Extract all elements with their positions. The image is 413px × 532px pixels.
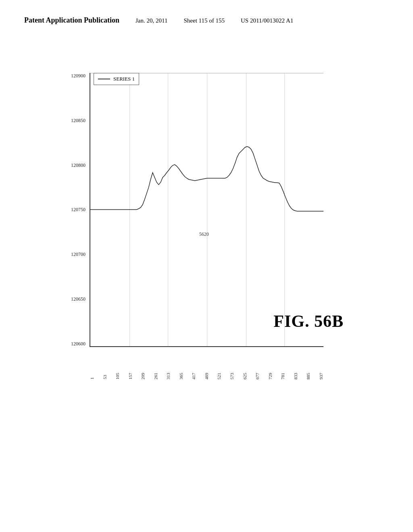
sheet-info: Sheet 115 of 155	[184, 17, 225, 24]
x-label-4: 209	[140, 373, 145, 380]
y-label-5: 120850	[71, 118, 86, 124]
publication-date: Jan. 20, 2011	[136, 17, 167, 24]
x-label-8: 417	[191, 373, 196, 380]
page-header: Patent Application Publication Jan. 20, …	[0, 0, 413, 25]
chart-container: SERIES 1 120900 120850 120800 120750 120…	[61, 49, 352, 379]
y-axis-labels: 120900 120850 120800 120750 120700 12065…	[61, 73, 89, 347]
x-label-1: 53	[102, 375, 107, 379]
x-axis-labels: 1 53 105 157 209 261 313 365 417 469 521…	[90, 357, 323, 379]
x-label-15: 781	[280, 373, 285, 380]
x-label-10: 521	[217, 373, 221, 380]
chart-line	[90, 146, 323, 211]
patent-number: US 2011/0013022 A1	[241, 17, 293, 24]
x-label-5: 261	[153, 373, 158, 380]
x-label-14: 729	[268, 373, 273, 380]
x-label-18: 937	[319, 373, 323, 380]
x-label-11: 573	[229, 373, 234, 380]
legend-label: SERIES 1	[113, 76, 135, 82]
chart-area: 5620	[90, 73, 323, 347]
y-label-4: 120800	[71, 162, 86, 168]
legend-box: SERIES 1	[94, 73, 139, 85]
figure-label: FIG. 56B	[273, 312, 344, 331]
chart-annotation-5620: 5620	[199, 231, 209, 237]
y-label-2: 120700	[71, 251, 86, 258]
x-label-0: 1	[90, 377, 94, 380]
x-label-3: 157	[128, 373, 133, 380]
x-label-16: 833	[293, 373, 298, 380]
x-label-9: 469	[204, 373, 209, 380]
x-label-13: 677	[255, 373, 260, 380]
y-label-6: 120900	[71, 73, 86, 79]
chart-svg	[90, 73, 323, 346]
x-label-12: 625	[242, 373, 247, 380]
y-label-3: 120750	[71, 207, 86, 213]
publication-title: Patent Application Publication	[24, 16, 119, 25]
main-content: SERIES 1 120900 120850 120800 120750 120…	[0, 49, 413, 379]
x-label-17: 885	[306, 373, 311, 380]
x-label-6: 313	[166, 373, 171, 380]
x-label-2: 105	[115, 373, 120, 380]
y-label-1: 120650	[71, 296, 86, 302]
y-label-0: 120600	[71, 341, 86, 347]
x-label-7: 365	[179, 373, 184, 380]
legend-line-icon	[98, 79, 110, 79]
